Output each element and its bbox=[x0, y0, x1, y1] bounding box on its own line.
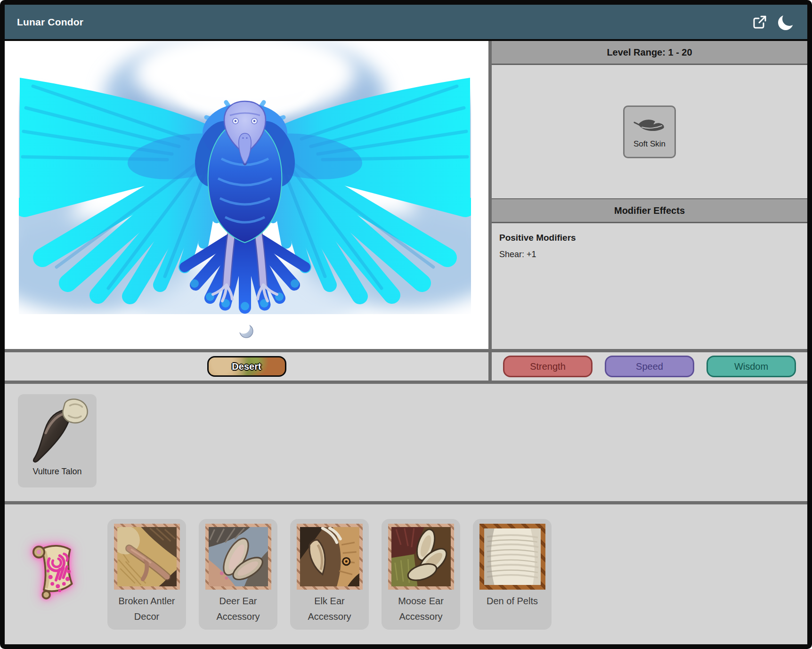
biome-desert-button[interactable]: Desert bbox=[207, 356, 286, 377]
recipe-moose-ear-accessory[interactable]: Moose Ear Accessory bbox=[382, 519, 460, 630]
horizontal-divider bbox=[5, 349, 807, 352]
stat-strength-button[interactable]: Strength bbox=[503, 356, 593, 377]
broken-antler-decor-image bbox=[114, 524, 180, 590]
info-panel: Level Range: 1 - 20 Soft Skin Modifier E… bbox=[492, 41, 807, 349]
recipe-label: Broken Antler Decor bbox=[107, 593, 186, 625]
modifiers-area: Positive Modifiers Shear: +1 bbox=[492, 223, 807, 349]
crescent-moon-icon bbox=[238, 323, 255, 341]
recipe-den-of-pelts[interactable]: Den of Pelts bbox=[473, 519, 552, 630]
creature-window: Lunar Condor bbox=[0, 0, 812, 649]
lunar-condor-artwork bbox=[19, 41, 471, 314]
trait-soft-skin[interactable]: Soft Skin bbox=[623, 105, 676, 158]
level-range-label: Level Range: 1 - 20 bbox=[607, 47, 692, 58]
trait-area: Soft Skin bbox=[492, 65, 807, 198]
modifier-effects-bar: Modifier Effects bbox=[492, 198, 807, 223]
recipe-label: Deer Ear Accessory bbox=[199, 593, 277, 625]
biome-cell: Desert bbox=[5, 352, 488, 381]
trait-label: Soft Skin bbox=[633, 139, 666, 149]
recipe-label: Den of Pelts bbox=[484, 593, 541, 609]
material-vulture-talon[interactable]: Vulture Talon bbox=[18, 394, 97, 487]
recipe-deer-ear-accessory[interactable]: Deer Ear Accessory bbox=[199, 519, 277, 630]
feather-icon bbox=[633, 115, 666, 137]
material-label: Vulture Talon bbox=[32, 467, 81, 477]
stat-wisdom-button[interactable]: Wisdom bbox=[706, 356, 796, 377]
horizontal-divider bbox=[5, 501, 807, 504]
open-in-new-icon[interactable] bbox=[752, 14, 768, 30]
page-title: Lunar Condor bbox=[17, 16, 83, 28]
positive-modifiers-heading: Positive Modifiers bbox=[499, 233, 800, 243]
elk-ear-accessory-image bbox=[297, 524, 363, 590]
modifier-line: Shear: +1 bbox=[499, 250, 800, 260]
dark-mode-moon-icon[interactable] bbox=[776, 13, 795, 32]
modifier-effects-label: Modifier Effects bbox=[614, 205, 685, 216]
biome-stats-row: Desert Strength Speed Wisdom bbox=[5, 352, 807, 381]
vertical-divider bbox=[488, 352, 492, 381]
main-row: Level Range: 1 - 20 Soft Skin Modifier E… bbox=[5, 41, 807, 349]
recipe-elk-ear-accessory[interactable]: Elk Ear Accessory bbox=[290, 519, 369, 630]
recipes-section: Broken Antler Decor Deer Ear Accesso bbox=[5, 504, 807, 644]
recipe-scroll-icon[interactable] bbox=[24, 542, 85, 607]
moose-ear-accessory-image bbox=[388, 524, 454, 590]
materials-section: Vulture Talon bbox=[5, 384, 807, 501]
vulture-talon-image bbox=[26, 397, 89, 466]
stat-speed-button[interactable]: Speed bbox=[605, 356, 694, 377]
level-range-bar: Level Range: 1 - 20 bbox=[492, 41, 807, 65]
horizontal-divider bbox=[5, 381, 807, 384]
den-of-pelts-image bbox=[479, 524, 545, 590]
titlebar: Lunar Condor bbox=[5, 5, 807, 41]
stats-cell: Strength Speed Wisdom bbox=[492, 352, 807, 381]
creature-image-panel bbox=[5, 41, 488, 349]
recipe-label: Elk Ear Accessory bbox=[290, 593, 369, 625]
recipe-broken-antler-decor[interactable]: Broken Antler Decor bbox=[107, 519, 186, 630]
vertical-divider bbox=[488, 41, 492, 349]
deer-ear-accessory-image bbox=[205, 524, 271, 590]
recipe-label: Moose Ear Accessory bbox=[382, 593, 460, 625]
